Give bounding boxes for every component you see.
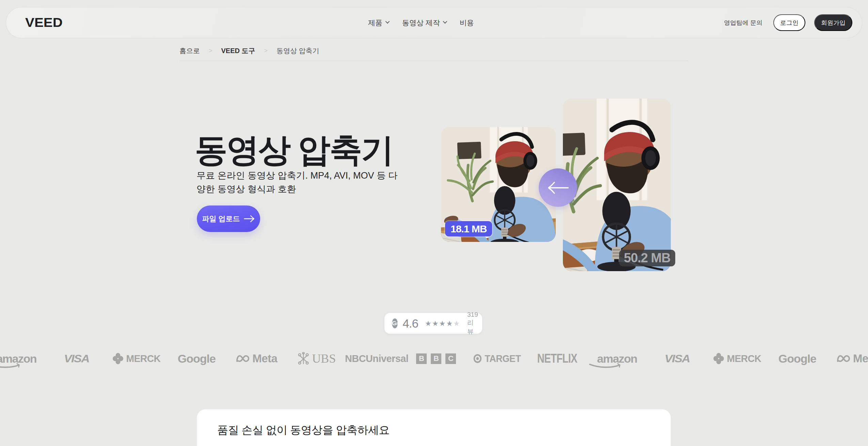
logo-target: TARGET xyxy=(470,353,524,364)
nav-item-video-create[interactable]: 동영상 제작 xyxy=(402,18,446,28)
logo-label: VISA xyxy=(64,352,89,365)
ubs-keys-icon xyxy=(298,352,309,365)
page: VEED 제품 동영상 제작 비용 영업팀에 문의 로그인 회원가입 홈으로 >… xyxy=(0,0,868,446)
logo-label: TARGET xyxy=(485,353,521,364)
merck-icon xyxy=(713,353,724,364)
star-icon: ★ xyxy=(446,320,453,327)
breadcrumb-divider xyxy=(179,61,688,61)
contact-sales-link[interactable]: 영업팀에 문의 xyxy=(724,19,762,27)
merck-icon xyxy=(113,353,124,364)
logo-merck: MERCK xyxy=(108,353,165,364)
arrow-left-icon xyxy=(548,181,569,195)
logo-label: NETFLIX xyxy=(537,351,577,366)
rating-badge: G2 4.6 ★ ★ ★ ★ ★ 319 리뷰 xyxy=(384,313,482,334)
logo-meta: Meta xyxy=(827,352,868,365)
amazon-smile-icon xyxy=(589,363,622,368)
breadcrumb-separator: > xyxy=(209,47,212,54)
logo-google: Google xyxy=(167,352,226,365)
logo-label: Google xyxy=(178,352,216,365)
star-icon: ★ xyxy=(432,320,439,327)
target-bullseye-icon xyxy=(473,353,482,364)
navbar-actions: 영업팀에 문의 로그인 회원가입 xyxy=(724,7,852,38)
logo-visa: VISA xyxy=(46,352,106,365)
logo-merck: MERCK xyxy=(709,353,766,364)
logo-nbcuniversal: NBCUniversal xyxy=(348,353,406,364)
compressed-size-label: 18.1 MB xyxy=(451,223,487,235)
nav-item-products[interactable]: 제품 xyxy=(368,18,389,28)
star-rating: ★ ★ ★ ★ ★ xyxy=(425,320,460,327)
logo-visa: VISA xyxy=(647,352,707,365)
meta-infinity-icon xyxy=(837,355,850,362)
original-video-preview xyxy=(563,99,671,271)
breadcrumb-home[interactable]: 홈으로 xyxy=(179,46,200,55)
rating-score: 4.6 xyxy=(403,317,418,330)
logo-meta: Meta xyxy=(227,352,287,365)
compress-arrow-bubble xyxy=(539,168,577,207)
logo-amazon: amazon xyxy=(0,352,46,365)
nav-item-pricing[interactable]: 비용 xyxy=(460,18,474,28)
content-card: 품질 손실 없이 동영상을 압축하세요 xyxy=(197,409,671,446)
upload-file-button[interactable]: 파일 업로드 xyxy=(197,205,260,232)
signup-button[interactable]: 회원가입 xyxy=(814,14,852,31)
logo-label: Meta xyxy=(853,352,868,365)
original-size-badge: 50.2 MB xyxy=(619,250,675,266)
nav-item-label: 비용 xyxy=(460,18,474,28)
logo-netflix: NETFLIX xyxy=(532,351,582,366)
navbar: VEED 제품 동영상 제작 비용 영업팀에 문의 로그인 회원가입 xyxy=(6,7,862,38)
main-nav: 제품 동영상 제작 비용 xyxy=(368,7,474,38)
bbc-box: B xyxy=(431,353,441,364)
bbc-box: B xyxy=(416,353,427,364)
logo-google: Google xyxy=(767,352,827,365)
logo-bbc: B B C xyxy=(407,353,467,364)
page-title: 동영상 압축기 xyxy=(195,129,393,173)
section-heading: 품질 손실 없이 동영상을 압축하세요 xyxy=(217,423,671,438)
logo-label: NBCUniversal xyxy=(345,353,408,364)
logo-amazon: amazon xyxy=(587,352,647,365)
nav-item-label: 제품 xyxy=(368,18,382,28)
breadcrumb-separator: > xyxy=(264,47,268,54)
podcaster-photo xyxy=(563,99,671,271)
login-button[interactable]: 로그인 xyxy=(773,14,805,31)
logo-label: MERCK xyxy=(727,353,761,364)
breadcrumb-current: 동영상 압축기 xyxy=(277,46,319,55)
meta-infinity-icon xyxy=(236,355,250,362)
breadcrumb: 홈으로 > VEED 도구 > 동영상 압축기 xyxy=(179,46,319,55)
review-count: 319 리뷰 xyxy=(467,311,478,336)
star-icon: ★ xyxy=(425,320,431,327)
star-icon: ★ xyxy=(439,320,446,327)
amazon-smile-icon xyxy=(0,363,21,368)
hero-subtitle: 무료 온라인 동영상 압축기. MP4, AVI, MOV 등 다양한 동영상 … xyxy=(196,169,401,196)
customer-logo-strip: amazon VISA MERCK Google Meta xyxy=(0,346,868,371)
chevron-down-icon xyxy=(443,19,447,24)
logo-label: VISA xyxy=(665,352,690,365)
chevron-down-icon xyxy=(385,19,390,24)
bbc-box: C xyxy=(445,353,456,364)
upload-button-label: 파일 업로드 xyxy=(202,214,240,224)
logo-label: UBS xyxy=(312,351,336,366)
logo-label: Meta xyxy=(252,352,277,365)
breadcrumb-tools[interactable]: VEED 도구 xyxy=(221,46,255,55)
star-half-icon: ★ xyxy=(453,320,460,327)
veed-logo[interactable]: VEED xyxy=(25,16,63,30)
logo-label: Google xyxy=(778,352,816,365)
logo-ubs: UBS xyxy=(287,351,347,366)
arrow-right-icon xyxy=(244,215,255,222)
compressed-size-badge: 18.1 MB xyxy=(445,221,492,236)
logo-label: MERCK xyxy=(126,353,160,364)
original-size-label: 50.2 MB xyxy=(624,251,670,265)
nav-item-label: 동영상 제작 xyxy=(402,18,440,28)
g2-icon: G2 xyxy=(392,318,398,328)
